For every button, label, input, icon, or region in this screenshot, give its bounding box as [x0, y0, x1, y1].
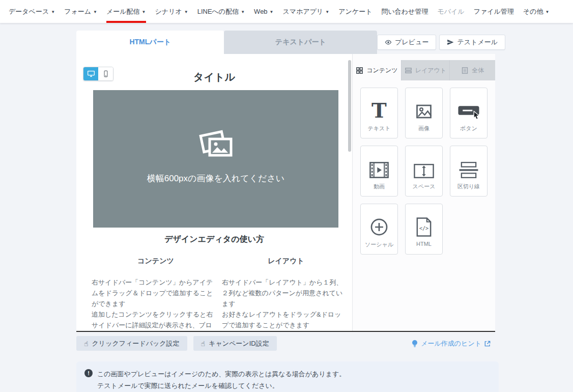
- svg-text:</>: </>: [419, 226, 428, 231]
- content-items-grid: T テキスト 画像 ボタン 動画 スペース: [353, 80, 495, 255]
- nav-item-file-management[interactable]: ファイル管理: [469, 0, 519, 23]
- external-link-icon: [484, 340, 491, 347]
- content-item-space[interactable]: スペース: [405, 146, 443, 197]
- chevron-down-icon: ▼: [51, 10, 55, 14]
- scrollbar[interactable]: [348, 60, 351, 152]
- info-icon: !: [84, 369, 93, 377]
- video-icon: [369, 161, 389, 179]
- content-item-html[interactable]: </> HTML: [405, 204, 443, 255]
- content-item-social[interactable]: ソーシャル: [360, 204, 398, 255]
- chevron-down-icon: ▼: [184, 10, 188, 14]
- photos-icon: [197, 130, 234, 161]
- email-editor-canvas: タイトル 横幅600pxの画像を入れてください デザインエディタの使い方 コンテ…: [76, 54, 352, 331]
- pointing-hand-icon: ☝: [84, 340, 89, 347]
- eye-icon: [385, 39, 392, 46]
- sidebar-tab-whole[interactable]: 全体: [449, 60, 495, 80]
- chevron-down-icon: ▼: [241, 10, 245, 14]
- chevron-down-icon: ▼: [270, 10, 274, 14]
- nav-item-form[interactable]: フォーム▼: [60, 0, 102, 23]
- notice-text: この画面やプレビューはイメージのため、実際の表示とは異なる場合があります。 テス…: [97, 368, 346, 392]
- guide-column-body: 右サイドバー「レイアウト」から１列、 ２列など複数のパターンが用意されてい ます…: [222, 277, 350, 330]
- pointing-hand-icon: ☝: [201, 340, 206, 347]
- content-item-text[interactable]: T テキスト: [360, 88, 398, 138]
- email-title[interactable]: タイトル: [76, 70, 352, 84]
- nav-item-inquiry-management[interactable]: 問い合わせ管理: [377, 0, 433, 23]
- nav-item-database[interactable]: データベース▼: [4, 0, 60, 23]
- click-feedback-settings-button[interactable]: ☝ クリックフィードバック設定: [76, 336, 187, 351]
- sidebar-tab-layout[interactable]: レイアウト: [401, 60, 450, 80]
- content-item-divider[interactable]: 区切り線: [450, 146, 488, 197]
- content-item-video[interactable]: 動画: [360, 146, 398, 197]
- chevron-down-icon: ▼: [325, 10, 329, 14]
- nav-item-web[interactable]: Web▼: [249, 0, 278, 23]
- tab-text-part[interactable]: テキストパート: [224, 31, 377, 54]
- nav-item-others[interactable]: その他▼: [519, 0, 554, 23]
- preview-button[interactable]: プレビュー: [377, 35, 436, 50]
- document-icon: [461, 67, 469, 74]
- divider-icon: [459, 161, 479, 179]
- tab-html-part[interactable]: HTMLパート: [76, 31, 224, 54]
- mail-creation-hint-link[interactable]: メール作成のヒント: [411, 339, 491, 348]
- social-plus-icon: [369, 217, 389, 237]
- text-icon: T: [371, 100, 387, 121]
- button-icon: [457, 103, 480, 121]
- content-item-image[interactable]: 画像: [405, 88, 443, 138]
- footer-controls: ☝ クリックフィードバック設定 ☝ キャンペーンID設定 メール作成のヒント: [76, 336, 505, 351]
- chevron-down-icon: ▼: [142, 10, 146, 14]
- notice-banner: ! この画面やプレビューはイメージのため、実際の表示とは異なる場合があります。 …: [76, 361, 499, 392]
- guide-column-body: 右サイドバー「コンテンツ」からアイテ ムをドラッグ＆ドロップで追加すること がで…: [92, 277, 220, 331]
- nav-item-mail-delivery[interactable]: メール配信▼: [102, 0, 151, 23]
- tab-strip: HTMLパート テキストパート プレビュー テストメール: [76, 31, 505, 54]
- sidebar-tab-contents[interactable]: コンテンツ: [353, 60, 401, 80]
- content-item-button[interactable]: ボタン: [450, 88, 488, 138]
- guide-column-heading: レイアウト: [222, 257, 350, 266]
- nav-item-smartphone-app[interactable]: スマホアプリ▼: [278, 0, 334, 23]
- nav-item-scenario[interactable]: シナリオ▼: [151, 0, 193, 23]
- test-mail-button[interactable]: テストメール: [439, 35, 505, 50]
- image-icon: [415, 102, 433, 121]
- layout-icon: [405, 67, 412, 74]
- page: データベース▼ フォーム▼ メール配信▼ シナリオ▼ LINEへの配信▼ Web…: [0, 0, 573, 392]
- nav-item-survey[interactable]: アンケート: [334, 0, 377, 23]
- paper-plane-icon: [447, 39, 454, 46]
- nav-item-line-delivery[interactable]: LINEへの配信▼: [193, 0, 249, 23]
- chevron-down-icon: ▼: [545, 10, 549, 14]
- grid-icon: [356, 67, 363, 74]
- nav-item-mobile[interactable]: モバイル: [433, 0, 469, 23]
- chevron-down-icon: ▼: [93, 10, 97, 14]
- guide-column-heading: コンテンツ: [92, 257, 220, 266]
- space-icon: [414, 163, 434, 179]
- lightbulb-icon: [411, 340, 418, 348]
- editor-card: タイトル 横幅600pxの画像を入れてください デザインエディタの使い方 コンテ…: [76, 54, 495, 332]
- sidebar-tabs: コンテンツ レイアウト 全体: [353, 60, 495, 80]
- campaign-id-settings-button[interactable]: ☝ キャンペーンID設定: [193, 336, 277, 351]
- image-placeholder-text: 横幅600pxの画像を入れてください: [147, 173, 285, 184]
- html-file-icon: </>: [415, 217, 433, 237]
- image-placeholder[interactable]: 横幅600pxの画像を入れてください: [93, 90, 338, 228]
- sidebar: コンテンツ レイアウト 全体 T テキスト 画像: [352, 54, 495, 331]
- guide-title: デザインエディタの使い方: [76, 234, 352, 245]
- top-nav: データベース▼ フォーム▼ メール配信▼ シナリオ▼ LINEへの配信▼ Web…: [0, 0, 573, 23]
